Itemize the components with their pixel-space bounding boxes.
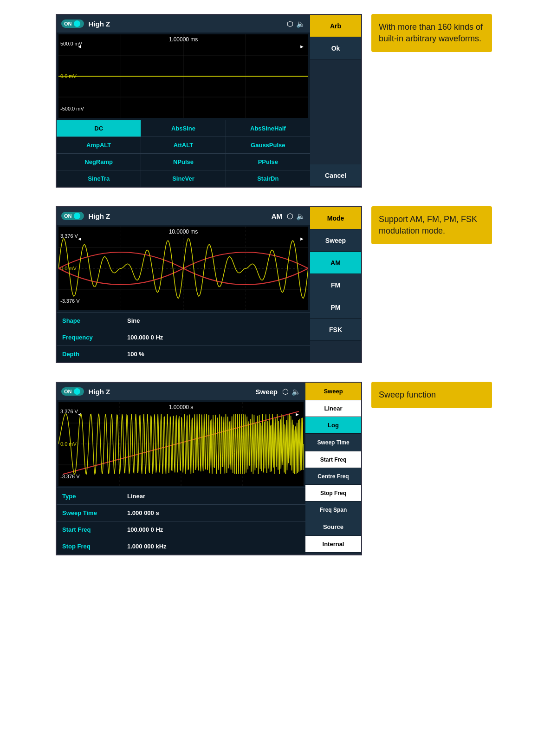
waveform-row-3: SineTra SineVer StairDn	[57, 170, 310, 187]
sidebar-btn-startfreq[interactable]: Start Freq	[305, 451, 361, 468]
sidebar-btn-centrefreq[interactable]: Centre Freq	[305, 468, 361, 485]
status-mode-2: AM	[272, 212, 282, 220]
speaker-icon-3: 🔈	[291, 387, 301, 396]
annotation-text-1: With more than 160 kinds of built-in arb…	[379, 21, 485, 45]
on-label-1: ON	[64, 21, 72, 26]
param-row-freq: Frequency 100.000 0 Hz	[57, 329, 310, 345]
section-sweep: ON High Z Sweep ⬡ 🔈 1.00000 s ◄ ► 3.376 …	[56, 382, 501, 555]
annotation-text-2: Support AM, FM, PM, FSK modulation mode.	[379, 214, 485, 237]
waveform-cell-abssine[interactable]: AbsSine	[141, 120, 225, 137]
usb-icon: ⬡	[287, 20, 293, 28]
sidebar-btn-sweep[interactable]: Sweep	[310, 229, 361, 252]
param-row-sweeptime: Sweep Time 1.000 000 s	[57, 504, 305, 521]
sidebar-btn-sweep-top[interactable]: Sweep	[305, 383, 361, 400]
waveform-cell-negramp[interactable]: NegRamp	[57, 154, 141, 170]
sidebar-btn-source[interactable]: Source	[305, 518, 361, 536]
annotation-2: Support AM, FM, PM, FSK modulation mode.	[371, 206, 492, 244]
on-toggle-1[interactable]: ON	[61, 20, 84, 28]
waveform-cell-stairdn[interactable]: StairDn	[226, 170, 310, 187]
param-label-type: Type	[57, 488, 122, 504]
osc-display-1: 1.00000 ms ◄ ► 500.0 mV 0.0 mV -500.0 mV	[58, 34, 308, 118]
sidebar-btn-fsk[interactable]: FSK	[310, 319, 361, 341]
osc-display-3: 1.00000 s ◄ ► 3.376 V 0.0 mV -3.376 V	[58, 402, 304, 486]
sidebar-spacer-2	[310, 86, 361, 112]
param-label-shape: Shape	[57, 313, 122, 329]
param-row-stopfreq: Stop Freq 1.000 000 kHz	[57, 538, 305, 554]
on-label-3: ON	[64, 389, 72, 394]
device-panel-3: ON High Z Sweep ⬡ 🔈 1.00000 s ◄ ► 3.376 …	[56, 382, 362, 555]
waveform-cell-npulse[interactable]: NPulse	[141, 154, 225, 170]
sidebar-btn-fm[interactable]: FM	[310, 274, 361, 296]
sidebar-btn-am[interactable]: AM	[310, 252, 361, 274]
status-icons-2: ⬡ 🔈	[287, 212, 305, 221]
usb-icon-2: ⬡	[287, 212, 293, 221]
on-toggle-2[interactable]: ON	[61, 212, 84, 220]
status-bar-1: ON High Z ⬡ 🔈	[57, 15, 310, 33]
param-value-shape[interactable]: Sine	[122, 313, 310, 329]
status-icons-1: ⬡ 🔈	[287, 20, 305, 28]
sidebar-spacer-4	[310, 138, 361, 165]
waveform-row-0: DC AbsSine AbsSineHalf	[57, 120, 310, 137]
param-row-startfreq: Start Freq 100.000 0 Hz	[57, 521, 305, 538]
status-title-3: High Z	[89, 388, 251, 396]
param-row-type: Type Linear	[57, 488, 305, 504]
waveform-row-2: NegRamp NPulse PPulse	[57, 153, 310, 170]
sidebar-btn-linear[interactable]: Linear	[305, 400, 361, 417]
param-label-depth: Depth	[57, 346, 122, 362]
param-label-sweeptime: Sweep Time	[57, 505, 122, 521]
sidebar-btn-internal[interactable]: Internal	[305, 536, 361, 553]
waveform-cell-dc[interactable]: DC	[57, 120, 141, 137]
osc-display-2: 10.0000 ms ◄ ► 3.376 V 0.0 mV -3.376 V	[58, 227, 308, 310]
sidebar-btn-stopfreq[interactable]: Stop Freq	[305, 485, 361, 502]
status-mode-3: Sweep	[255, 388, 278, 396]
sidebar-btn-arb[interactable]: Arb	[310, 15, 361, 37]
param-label-freq: Frequency	[57, 329, 122, 345]
annotation-1: With more than 160 kinds of built-in arb…	[371, 14, 492, 52]
speaker-icon: 🔈	[296, 20, 305, 28]
param-table-3: Type Linear Sweep Time 1.000 000 s Start…	[57, 488, 305, 554]
sidebar-btn-sweeptime[interactable]: Sweep Time	[305, 434, 361, 451]
sidebar-btn-freqspan[interactable]: Freq Span	[305, 502, 361, 518]
waveform-svg-2	[58, 227, 308, 310]
device-panel-1: ON High Z ⬡ 🔈 1.00000 ms ◄ ► 500.0 mV 0.…	[56, 14, 362, 188]
param-value-sweeptime[interactable]: 1.000 000 s	[122, 505, 305, 521]
waveform-cell-ppulse[interactable]: PPulse	[226, 154, 310, 170]
waveform-grid: DC AbsSine AbsSineHalf AmpALT AttALT Gau…	[57, 120, 310, 187]
param-value-stopfreq[interactable]: 1.000 000 kHz	[122, 538, 305, 554]
speaker-icon-2: 🔈	[296, 212, 305, 221]
status-icons-3: ⬡ 🔈	[282, 387, 301, 396]
sidebar-1: Arb Ok Cancel	[310, 15, 361, 187]
param-row-depth: Depth 100 %	[57, 345, 310, 362]
on-label-2: ON	[64, 213, 72, 219]
param-value-type[interactable]: Linear	[122, 488, 305, 504]
sidebar-btn-mode[interactable]: Mode	[310, 207, 361, 229]
screen-2: ON High Z AM ⬡ 🔈 10.0000 ms ◄ ► 3.376 V …	[57, 207, 310, 362]
sidebar-btn-log[interactable]: Log	[305, 417, 361, 434]
status-title-1: High Z	[89, 20, 283, 28]
param-value-freq[interactable]: 100.000 0 Hz	[122, 329, 310, 345]
param-label-startfreq: Start Freq	[57, 521, 122, 538]
annotation-text-3: Sweep function	[379, 389, 436, 401]
on-toggle-3[interactable]: ON	[61, 387, 84, 396]
status-title-2: High Z	[89, 212, 267, 220]
sidebar-spacer-3	[310, 112, 361, 138]
param-value-startfreq[interactable]: 100.000 0 Hz	[122, 521, 305, 538]
waveform-cell-abssinehalf[interactable]: AbsSineHalf	[226, 120, 310, 137]
toggle-circle-3	[74, 388, 80, 395]
toggle-circle-1	[74, 20, 80, 27]
waveform-cell-sinever[interactable]: SineVer	[141, 170, 225, 187]
sidebar-btn-pm[interactable]: PM	[310, 296, 361, 319]
waveform-cell-sinetra[interactable]: SineTra	[57, 170, 141, 187]
sidebar-btn-cancel[interactable]: Cancel	[310, 164, 361, 187]
device-panel-2: ON High Z AM ⬡ 🔈 10.0000 ms ◄ ► 3.376 V …	[56, 206, 362, 363]
waveform-cell-attalt[interactable]: AttALT	[141, 137, 225, 153]
waveform-svg-3	[58, 402, 304, 486]
sidebar-spacer-1	[310, 59, 361, 86]
sidebar-btn-ok[interactable]: Ok	[310, 37, 361, 59]
param-label-stopfreq: Stop Freq	[57, 538, 122, 554]
waveform-cell-ampalt[interactable]: AmpALT	[57, 137, 141, 153]
param-value-depth[interactable]: 100 %	[122, 346, 310, 362]
screen-3: ON High Z Sweep ⬡ 🔈 1.00000 s ◄ ► 3.376 …	[57, 383, 305, 554]
waveform-cell-gausspulse[interactable]: GaussPulse	[226, 137, 310, 153]
waveform-row-1: AmpALT AttALT GaussPulse	[57, 137, 310, 153]
